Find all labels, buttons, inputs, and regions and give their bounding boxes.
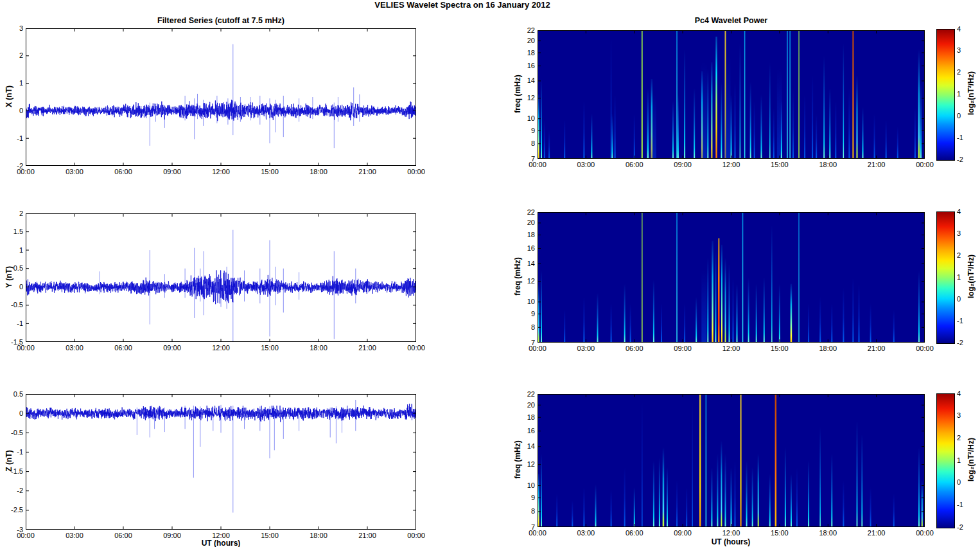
y-tick-label: 1.5 [0,228,23,235]
colorbar-tick-label: 2 [957,251,974,259]
x-tick-label: 18:00 [306,344,331,352]
x-tick-label: 12:00 [208,168,234,175]
wavelet-panel-x [538,30,925,159]
x-tick-label: 09:00 [670,345,696,352]
freq-tick-label: 22 [516,208,535,216]
x-tick-label: 15:00 [767,345,792,352]
freq-tick-label: 9 [516,127,535,134]
x-tick-label: 00:00 [403,168,429,175]
colorbar-tick-label: 2 [957,434,974,442]
x-tick-label: 00:00 [912,345,938,352]
freq-tick-label: 9 [516,494,535,501]
x-tick-label: 12:00 [719,345,744,352]
colorbar-tick-label: 3 [957,46,974,54]
freq-tick-label: 12 [516,94,535,102]
y-tick-label: -2 [0,162,23,170]
freq-tick-label: 7 [516,155,535,163]
freq-tick-label: 8 [516,507,535,515]
left-column-title: Filtered Series (cutoff at 7.5 mHz) [26,16,416,25]
x-tick-label: 03:00 [573,161,599,168]
x-tick-label: 00:00 [912,161,938,168]
freq-tick-label: 14 [516,76,535,84]
y-tick-label: 0 [0,107,23,114]
freq-tick-label: 20 [516,37,535,44]
x-tick-label: 12:00 [208,532,234,539]
colorbar-tick-label: -2 [957,156,974,163]
x-tick-label: 15:00 [767,529,792,537]
freq-tick-label: 14 [516,260,535,267]
figure-title: VELIES Wavelet Spectra on 16 January 201… [0,0,925,10]
freq-tick-label: 18 [516,231,535,238]
freq-tick-label: 12 [516,277,535,285]
colorbar-tick-label: 2 [957,68,974,76]
x-tick-label: 18:00 [815,345,841,352]
y-tick-label: 2 [0,51,23,59]
y-tick-label: -1 [0,448,23,456]
y-tick-label: -0.5 [0,301,23,309]
x-tick-label: 12:00 [719,529,744,537]
x-tick-label: 09:00 [159,532,185,539]
x-tick-label: 12:00 [208,344,234,352]
colorbar-tick-label: 1 [957,273,974,281]
wavelet-panel-y [538,212,925,343]
x-tick-label: 09:00 [159,168,185,175]
x-tick-label: 21:00 [354,168,380,175]
y-tick-label: 0.5 [0,390,23,398]
series-panel-z [26,394,416,530]
y-tick-label: -1.5 [0,338,23,346]
x-tick-label: 15:00 [257,532,283,539]
colorbar-tick-label: 1 [957,90,974,98]
colorbar-tick-label: 0 [957,478,974,486]
freq-tick-label: 7 [516,523,535,531]
x-tick-label: 06:00 [622,529,647,537]
colorbar-tick-label: -2 [957,523,974,531]
freq-tick-label: 8 [516,323,535,331]
freq-tick-label: 16 [516,427,535,435]
x-tick-label: 03:00 [573,345,599,352]
figure-root: VELIES Wavelet Spectra on 16 January 201… [0,0,980,547]
y-tick-label: -3 [0,526,23,534]
freq-tick-label: 9 [516,310,535,318]
series-panel-x [26,28,416,166]
y-tick-label: 2 [0,210,23,217]
y-tick-label: 0 [0,283,23,291]
y-tick-label: -1 [0,134,23,142]
freq-tick-label: 10 [516,481,535,489]
freq-tick-label: 20 [516,401,535,409]
colorbar-tick-label: 3 [957,411,974,419]
x-tick-label: 06:00 [622,345,647,352]
x-tick-label: 00:00 [403,532,429,539]
x-tick-label: 00:00 [403,344,429,352]
colorbar-tick-label: -1 [957,317,974,325]
x-axis-label-left: UT (hours) [157,539,285,547]
freq-tick-label: 22 [516,390,535,398]
colorbar-tick-label: 3 [957,229,974,237]
x-tick-label: 06:00 [110,532,136,539]
y-tick-label: 1 [0,246,23,254]
x-tick-label: 15:00 [257,168,283,175]
x-tick-label: 21:00 [864,345,889,352]
x-tick-label: 09:00 [670,161,696,168]
y-tick-label: -2 [0,487,23,494]
freq-tick-label: 10 [516,298,535,305]
x-tick-label: 21:00 [864,529,889,537]
freq-tick-label: 7 [516,339,535,346]
colorbar-tick-label: -1 [957,501,974,508]
x-tick-label: 06:00 [110,344,136,352]
x-tick-label: 21:00 [354,532,380,539]
colorbar-1 [936,29,955,161]
x-tick-label: 21:00 [864,161,889,168]
x-tick-label: 03:00 [573,529,599,537]
colorbar-tick-label: -1 [957,134,974,141]
x-tick-label: 03:00 [62,168,87,175]
y-tick-label: 3 [0,24,23,32]
x-tick-label: 15:00 [767,161,792,168]
y-axis-label-x: X (nT) [4,58,13,135]
x-tick-label: 18:00 [306,532,331,539]
y-tick-label: 1 [0,79,23,87]
colorbar-tick-label: 1 [957,456,974,464]
freq-tick-label: 20 [516,219,535,226]
x-tick-label: 18:00 [815,161,841,168]
colorbar-2 [936,211,955,344]
x-tick-label: 12:00 [719,161,744,168]
